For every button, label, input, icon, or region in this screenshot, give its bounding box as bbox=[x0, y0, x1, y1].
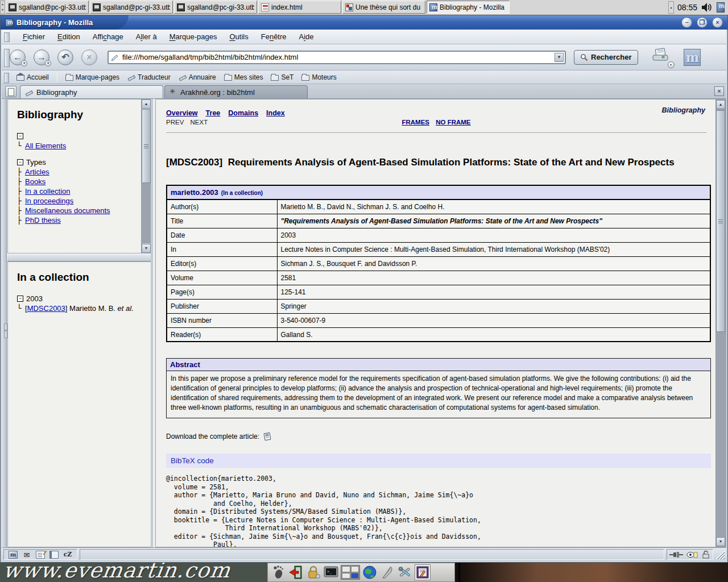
tools-icon[interactable] bbox=[397, 564, 413, 580]
url-input[interactable] bbox=[122, 53, 555, 61]
link-domains[interactable]: Domains bbox=[228, 109, 258, 117]
link-articles[interactable]: Articles bbox=[25, 168, 49, 176]
table-row: InLecture Notes in Computer Science : Mu… bbox=[167, 242, 710, 256]
menu-fenêtre[interactable]: Fenêtre bbox=[256, 31, 292, 43]
search-button[interactable]: Rechercher bbox=[574, 50, 638, 65]
taskbar-window-button[interactable]: sgalland@pc-gi-33.utbn bbox=[174, 1, 257, 14]
link-overview[interactable]: Overview bbox=[166, 109, 198, 117]
lock-screen-icon[interactable] bbox=[305, 564, 321, 580]
speaker-icon[interactable] bbox=[701, 2, 713, 13]
navigator-component-icon[interactable]: m bbox=[9, 551, 18, 559]
link-books[interactable]: Books bbox=[25, 177, 46, 186]
mozilla-tray-icon[interactable] bbox=[717, 2, 725, 13]
sidebar-splitter[interactable]: » bbox=[2, 99, 7, 547]
scroll-thumb[interactable] bbox=[716, 110, 725, 332]
abstract-box: Abstract In this paper we propose a prel… bbox=[166, 358, 711, 418]
bookmark-set[interactable]: SeT bbox=[271, 73, 293, 81]
menu-marque-pages[interactable]: Marque-pages bbox=[164, 31, 222, 43]
chatzilla-component-icon[interactable]: cZ bbox=[63, 551, 72, 559]
resize-grip[interactable] bbox=[715, 550, 725, 559]
scroll-up-button[interactable]: ▲ bbox=[142, 99, 151, 109]
menu-fichier[interactable]: Fichier bbox=[18, 31, 50, 43]
bookmark-moteurs[interactable]: Moteurs bbox=[301, 73, 336, 81]
taskbar-window-button[interactable]: sgalland@pc-gi-33.utbn bbox=[6, 1, 89, 14]
back-button[interactable]: ←▾ bbox=[10, 49, 26, 65]
taskbar-window-button[interactable]: Bibliography - Mozilla bbox=[427, 1, 510, 14]
bookmark-traducteur[interactable]: Traducteur bbox=[127, 73, 171, 81]
tab-close-button[interactable]: × bbox=[714, 86, 724, 96]
table-row: PublisherSpringer bbox=[167, 299, 710, 313]
link-tree[interactable]: Tree bbox=[206, 109, 221, 117]
menu-affichage[interactable]: Affichage bbox=[88, 31, 129, 43]
scroll-down-button[interactable]: ▼ bbox=[142, 244, 151, 253]
scroll-track[interactable] bbox=[142, 183, 151, 243]
close-button[interactable]: × bbox=[712, 17, 723, 28]
mail-component-icon[interactable] bbox=[22, 551, 31, 559]
menu-aide[interactable]: Aide bbox=[294, 31, 319, 43]
minimize-button[interactable]: – bbox=[681, 17, 692, 28]
types-tree: − └ All Elements − Types ├Articles├Books… bbox=[17, 131, 143, 225]
tab-list-button[interactable] bbox=[5, 86, 16, 97]
menu-aller-à[interactable]: Aller à bbox=[131, 31, 162, 43]
maximize-button[interactable]: ❐ bbox=[697, 17, 708, 28]
reload-button[interactable]: ↶ bbox=[57, 49, 73, 65]
gnome-menu-icon[interactable] bbox=[270, 564, 286, 580]
menu-edition[interactable]: Edition bbox=[52, 31, 85, 43]
abstract-text: In this paper we propose a preliminary r… bbox=[167, 371, 710, 418]
stop-button[interactable]: × bbox=[81, 49, 97, 65]
composer-component-icon[interactable] bbox=[36, 551, 45, 559]
scroll-down-button[interactable]: ▼ bbox=[716, 537, 725, 546]
link-index[interactable]: Index bbox=[266, 109, 285, 117]
taskbar-scroll-button[interactable]: ▴▾ bbox=[0, 1, 5, 14]
desktop-wallpaper bbox=[455, 563, 728, 582]
print-button[interactable]: ▾ bbox=[651, 48, 670, 67]
menu-outils[interactable]: Outils bbox=[224, 31, 253, 43]
taskbar-window-button[interactable]: sgalland@pc-gi-33.utbn bbox=[90, 1, 173, 14]
online-plug-icon[interactable] bbox=[669, 551, 683, 559]
taskbar-window-button[interactable]: Une thèse qui sort du lo bbox=[342, 1, 425, 14]
link-in-a-collection[interactable]: In a collection bbox=[25, 187, 71, 196]
taskbar-window-button[interactable]: index.html bbox=[258, 1, 341, 14]
link-frames[interactable]: FRAMES bbox=[402, 119, 429, 126]
tray-collapse-button[interactable]: ▴ bbox=[668, 1, 674, 14]
forward-dropdown[interactable]: ▾ bbox=[45, 60, 51, 66]
link-miscellaneous-documents[interactable]: Miscellaneous documents bbox=[25, 206, 110, 215]
url-bookmark-icon[interactable] bbox=[111, 53, 120, 62]
back-dropdown[interactable]: ▾ bbox=[21, 60, 27, 66]
url-dropdown-button[interactable]: ▼ bbox=[555, 53, 564, 62]
sidebar-scrollbar[interactable]: ▲ ▼ bbox=[141, 99, 151, 253]
web-browser-icon[interactable] bbox=[362, 564, 378, 580]
main-scrollbar[interactable]: ▲ ▼ bbox=[715, 99, 726, 547]
link-all-elements[interactable]: All Elements bbox=[25, 142, 66, 150]
tab-bibliography[interactable]: Bibliography bbox=[20, 85, 163, 98]
window-titlebar[interactable]: Bibliography - Mozilla – ❐ × bbox=[1, 15, 727, 30]
print-dropdown[interactable]: ▾ bbox=[668, 61, 675, 68]
bookmark-marque-pages[interactable]: Marque-pages bbox=[65, 73, 119, 81]
link-no-frame[interactable]: NO FRAME bbox=[436, 119, 470, 126]
row-label: In bbox=[167, 242, 277, 256]
text-editor-icon[interactable] bbox=[415, 564, 431, 580]
terminal-launcher-icon[interactable]: >_ bbox=[323, 564, 339, 580]
frame-divider[interactable] bbox=[7, 253, 151, 261]
tab-arakhn-org-bib2html[interactable]: Arakhnê.org : bib2html bbox=[164, 85, 308, 98]
scroll-up-button[interactable]: ▲ bbox=[716, 100, 725, 109]
addressbook-component-icon[interactable] bbox=[49, 551, 59, 559]
link-in-proceedings[interactable]: In proceedings bbox=[25, 197, 73, 205]
quill-icon[interactable] bbox=[379, 564, 395, 580]
link-mdsc2003[interactable]: MDSC2003 bbox=[27, 304, 65, 313]
collapse-box-icon[interactable]: − bbox=[17, 296, 23, 302]
scroll-thumb[interactable] bbox=[142, 109, 151, 183]
bookmark-mes-sites[interactable]: Mes sites bbox=[224, 73, 263, 81]
bookmark-accueil[interactable]: Accueil bbox=[16, 73, 49, 81]
bookmark-annuaire[interactable]: Annuaire bbox=[179, 73, 216, 81]
link-phd-thesis[interactable]: PhD thesis bbox=[25, 216, 61, 225]
collapse-box-icon[interactable]: − bbox=[17, 133, 23, 139]
logout-icon[interactable] bbox=[288, 564, 304, 580]
collapse-box-icon[interactable]: − bbox=[17, 159, 23, 165]
forward-button[interactable]: →▾ bbox=[34, 49, 49, 65]
mozilla-logo-button[interactable]: m bbox=[684, 49, 701, 66]
workspace-pager[interactable] bbox=[341, 565, 360, 580]
cookie-eye-icon[interactable] bbox=[686, 551, 698, 559]
download-article-icon[interactable] bbox=[263, 432, 272, 441]
security-lock-icon[interactable] bbox=[701, 550, 710, 559]
